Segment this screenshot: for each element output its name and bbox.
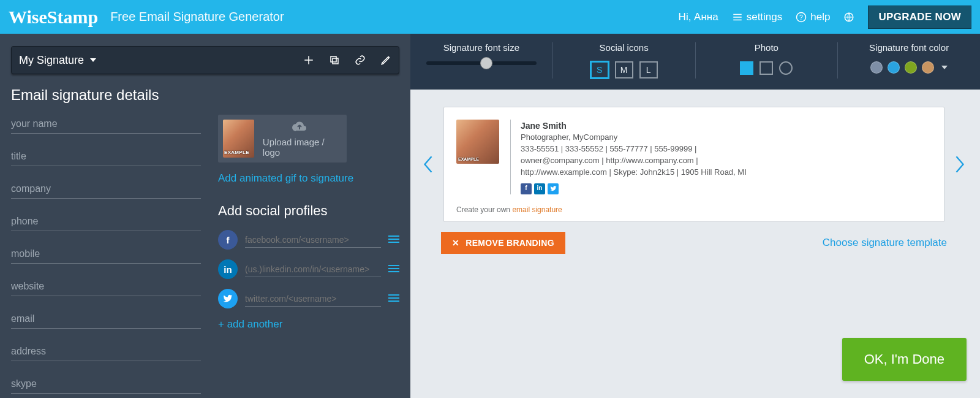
choose-template-link[interactable]: Choose signature template: [823, 237, 947, 249]
globe-link[interactable]: [843, 12, 854, 23]
preview-footer-pre: Create your own: [456, 205, 512, 214]
facebook-icon: f: [521, 183, 532, 194]
preview-role: Photographer, MyCompany: [521, 132, 747, 144]
menu-icon: [732, 12, 743, 23]
drag-handle-icon[interactable]: [388, 265, 399, 274]
size-m-button[interactable]: M: [615, 61, 633, 78]
size-l-button[interactable]: L: [639, 61, 658, 78]
twitter-icon: [548, 183, 559, 194]
phone-field[interactable]: [11, 212, 201, 231]
editor-panel: My Signature Email signature details: [0, 34, 410, 398]
help-icon: ?: [796, 12, 807, 23]
font-color-title: Signature font color: [843, 42, 975, 53]
preview-line3: http://www.example.com | Skype: John2k15…: [521, 167, 747, 178]
svg-text:?: ?: [799, 13, 803, 20]
address-field[interactable]: [11, 342, 201, 361]
done-button[interactable]: OK, I'm Done: [842, 338, 967, 381]
options-bar: Signature font size Social icons S M L P…: [410, 34, 980, 90]
chevron-down-icon[interactable]: [941, 66, 948, 69]
photo-fill-button[interactable]: [740, 61, 753, 75]
settings-label: settings: [747, 11, 783, 23]
font-size-slider[interactable]: [426, 61, 537, 65]
facebook-input[interactable]: [245, 232, 381, 248]
upgrade-button[interactable]: UPGRADE NOW: [868, 6, 971, 29]
remove-branding-label: REMOVE BRANDING: [466, 238, 554, 248]
email-signature-link[interactable]: email signature: [512, 205, 562, 214]
twitter-row: [218, 289, 399, 308]
preview-photo: [456, 120, 499, 164]
linkedin-input[interactable]: [245, 262, 381, 277]
twitter-icon: [218, 289, 238, 308]
linkedin-icon: in: [534, 183, 545, 194]
add-icon[interactable]: [303, 55, 314, 66]
greeting: Hi, Анна: [679, 11, 718, 23]
drag-handle-icon[interactable]: [388, 294, 399, 303]
social-icons-title: Social icons: [558, 42, 690, 53]
photo-circle-button[interactable]: [779, 61, 793, 75]
prev-template-button[interactable]: [421, 153, 435, 175]
preview-panel: Signature font size Social icons S M L P…: [410, 34, 980, 398]
settings-link[interactable]: settings: [732, 11, 783, 23]
social-icons-option: Social icons S M L: [553, 42, 696, 78]
swatch-3[interactable]: [905, 61, 917, 74]
preview-line1: 333-55551 | 333-55552 | 555-77777 | 555-…: [521, 144, 747, 155]
mobile-field[interactable]: [11, 245, 201, 264]
drag-handle-icon[interactable]: [388, 235, 399, 244]
signature-toolbar: My Signature: [11, 46, 399, 74]
edit-icon[interactable]: [380, 55, 391, 66]
example-thumb: [223, 120, 254, 158]
social-title: Add social profiles: [218, 203, 399, 219]
linkedin-icon: in: [218, 259, 238, 279]
svg-rect-4: [333, 58, 338, 64]
preview-name: Jane Smith: [521, 120, 747, 132]
add-gif-link[interactable]: Add animated gif to signature: [218, 172, 399, 185]
signature-select-label: My Signature: [19, 54, 84, 67]
website-field[interactable]: [11, 277, 201, 296]
preview-line2: owner@company.com | http://www.company.c…: [521, 155, 747, 167]
size-s-button[interactable]: S: [590, 61, 609, 78]
svg-rect-3: [331, 56, 336, 62]
upload-label: Upload image / logo: [263, 137, 337, 158]
skype-field[interactable]: [11, 375, 201, 394]
company-field[interactable]: [11, 180, 201, 199]
photo-title: Photo: [701, 42, 833, 53]
signature-preview-card: Jane Smith Photographer, MyCompany 333-5…: [443, 107, 944, 222]
title-field[interactable]: [11, 147, 201, 166]
font-size-option: Signature font size: [410, 42, 553, 78]
twitter-input[interactable]: [245, 291, 381, 307]
swatch-4[interactable]: [922, 61, 934, 74]
font-color-option: Signature font color: [838, 42, 980, 78]
upload-image-box[interactable]: Upload image / logo: [218, 115, 347, 163]
details-title: Email signature details: [11, 86, 399, 104]
swatch-1[interactable]: [870, 61, 883, 74]
remove-branding-button[interactable]: ✕ REMOVE BRANDING: [441, 232, 565, 254]
facebook-icon: f: [218, 230, 238, 250]
font-size-title: Signature font size: [415, 42, 548, 53]
upload-icon: [291, 120, 308, 134]
photo-option: Photo: [696, 42, 839, 78]
color-swatches: [843, 61, 975, 74]
close-icon: ✕: [452, 238, 459, 248]
photo-outline-button[interactable]: [760, 61, 773, 75]
tagline: Free Email Signature Generator: [110, 10, 284, 24]
facebook-row: f: [218, 230, 399, 250]
signature-select[interactable]: My Signature: [19, 54, 96, 67]
next-template-button[interactable]: [953, 153, 967, 175]
preview-social: f in: [521, 183, 747, 194]
help-label: help: [810, 11, 830, 23]
slider-thumb[interactable]: [480, 57, 492, 69]
copy-icon[interactable]: [329, 55, 340, 66]
email-field[interactable]: [11, 310, 201, 329]
linkedin-row: in: [218, 259, 399, 279]
brand-logo: WiseStamp: [9, 7, 110, 28]
add-social-link[interactable]: + add another: [218, 318, 399, 331]
link-icon[interactable]: [355, 55, 366, 66]
chevron-down-icon: [90, 58, 96, 62]
name-field[interactable]: [11, 115, 201, 134]
swatch-2[interactable]: [888, 61, 900, 74]
help-link[interactable]: ? help: [796, 11, 830, 23]
top-bar: WiseStamp Free Email Signature Generator…: [0, 0, 980, 34]
preview-footer: Create your own email signature: [456, 205, 932, 214]
globe-icon: [843, 12, 854, 23]
